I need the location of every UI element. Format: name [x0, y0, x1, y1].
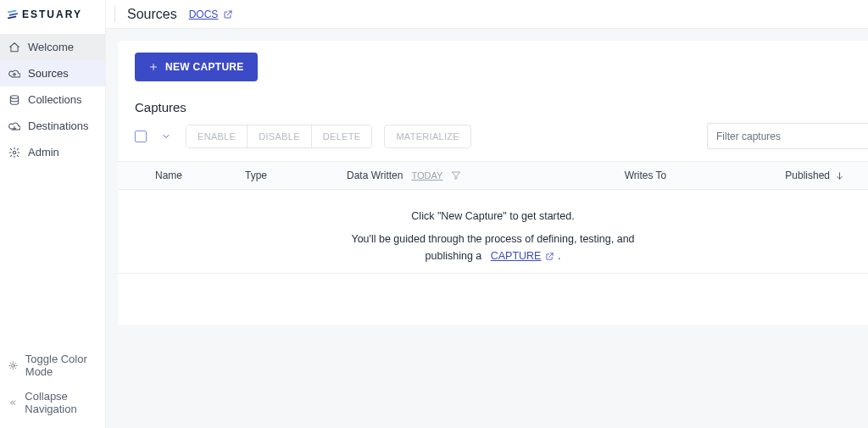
sidebar-item-admin[interactable]: Admin: [0, 139, 105, 165]
collapse-navigation[interactable]: Collapse Navigation: [0, 384, 105, 421]
col-published[interactable]: Published: [732, 170, 851, 181]
docs-link[interactable]: DOCS: [189, 8, 234, 20]
table-header: Name Type Data Written TODAY Writes To P…: [118, 161, 868, 190]
select-menu-dropdown[interactable]: [159, 129, 174, 144]
svg-point-0: [10, 95, 18, 98]
sidebar-item-label: Admin: [28, 146, 59, 158]
chevrons-left-icon: [8, 397, 17, 409]
empty-line2b: publishing a: [426, 250, 482, 262]
cloud-download-icon: [8, 120, 20, 132]
enable-button[interactable]: ENABLE: [186, 125, 248, 147]
section-title: Captures: [135, 100, 868, 114]
capture-docs-link[interactable]: CAPTURE: [491, 247, 555, 264]
logo: ESTUARY: [0, 0, 105, 29]
empty-state: Click "New Capture" to get started. You'…: [118, 190, 868, 274]
svg-point-1: [13, 151, 16, 154]
capture-link-label: CAPTURE: [491, 247, 542, 264]
sidebar-item-label: Collections: [28, 93, 82, 106]
new-capture-label: NEW CAPTURE: [165, 61, 244, 73]
primary-nav: Welcome Sources Collections Destinations: [0, 34, 105, 342]
sidebar-item-label: Destinations: [28, 120, 89, 132]
sidebar-item-destinations[interactable]: Destinations: [0, 113, 105, 139]
captures-panel: NEW CAPTURE Captures ENABLE DISABLE DELE…: [118, 41, 868, 325]
sidebar-item-label: Welcome: [28, 41, 74, 53]
toggle-color-mode-label: Toggle Color Mode: [25, 353, 97, 378]
new-capture-button[interactable]: NEW CAPTURE: [135, 53, 258, 81]
filter-input[interactable]: [716, 131, 860, 142]
empty-period: .: [558, 250, 560, 262]
estuary-logo-icon: [7, 8, 19, 20]
cloud-upload-icon: [8, 68, 20, 80]
docs-link-label: DOCS: [189, 8, 219, 20]
delete-button[interactable]: DELETE: [312, 125, 372, 147]
disable-button[interactable]: DISABLE: [248, 125, 312, 147]
col-published-label: Published: [785, 170, 830, 181]
collapse-navigation-label: Collapse Navigation: [25, 390, 97, 415]
sidebar-item-welcome[interactable]: Welcome: [0, 34, 105, 60]
sidebar-item-label: Sources: [28, 67, 69, 80]
external-link-icon: [545, 252, 554, 261]
gear-icon: [8, 147, 20, 158]
bulk-action-group: ENABLE DISABLE DELETE: [186, 125, 372, 148]
sidebar-item-sources[interactable]: Sources: [0, 60, 105, 86]
arrow-down-icon: [835, 171, 844, 181]
toggle-color-mode[interactable]: Toggle Color Mode: [0, 347, 105, 384]
sidebar: ESTUARY Welcome Sources Collections: [0, 0, 106, 428]
home-icon: [8, 42, 20, 53]
materialize-button[interactable]: MATERIALIZE: [384, 125, 471, 148]
brand-text: ESTUARY: [22, 8, 82, 20]
divider: [114, 6, 115, 23]
svg-point-2: [12, 364, 15, 367]
filter-captures-field[interactable]: [707, 123, 868, 149]
filter-icon[interactable]: [451, 170, 461, 181]
sidebar-item-collections[interactable]: Collections: [0, 86, 105, 113]
database-icon: [8, 94, 20, 106]
table-toolbar: ENABLE DISABLE DELETE MATERIALIZE: [118, 123, 868, 149]
sun-icon: [8, 359, 18, 371]
empty-line2a: You'll be guided through the process of …: [351, 233, 634, 245]
col-name[interactable]: Name: [135, 170, 245, 181]
external-link-icon: [223, 9, 233, 19]
topbar: Sources DOCS: [106, 0, 868, 29]
plus-icon: [148, 62, 159, 72]
col-data-written[interactable]: Data Written TODAY: [347, 170, 559, 181]
empty-line1: Click "New Capture" to get started.: [118, 210, 868, 222]
col-data-written-label: Data Written: [347, 170, 403, 181]
col-type[interactable]: Type: [245, 170, 347, 181]
select-all-checkbox[interactable]: [135, 131, 147, 142]
col-writes-to[interactable]: Writes To: [559, 170, 732, 181]
chevron-down-icon: [161, 131, 171, 142]
sidebar-bottom: Toggle Color Mode Collapse Navigation: [0, 342, 105, 428]
period-selector[interactable]: TODAY: [411, 170, 442, 181]
page-title: Sources: [127, 7, 177, 22]
